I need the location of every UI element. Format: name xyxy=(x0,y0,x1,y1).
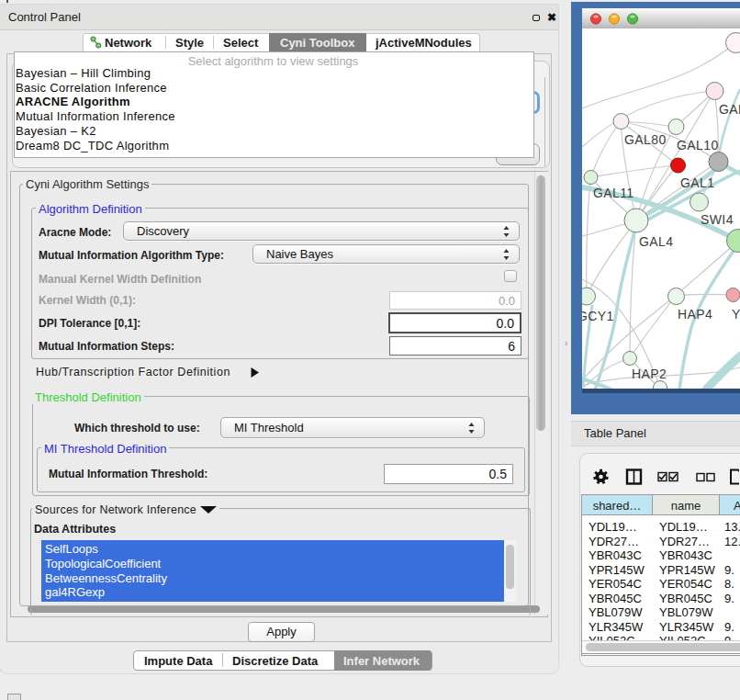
svg-text:YJ: YJ xyxy=(732,307,740,322)
svg-text:GAL4: GAL4 xyxy=(639,234,673,249)
svg-text:GAL1: GAL1 xyxy=(680,175,714,190)
svg-text:HAP2: HAP2 xyxy=(632,367,667,381)
svg-text:GAL80: GAL80 xyxy=(624,132,667,147)
svg-text:GCY1: GCY1 xyxy=(582,309,614,323)
svg-text:HAP4: HAP4 xyxy=(678,307,712,322)
svg-text:GAL10: GAL10 xyxy=(677,138,719,152)
svg-text:GAL11: GAL11 xyxy=(593,186,634,200)
svg-text:SWI4: SWI4 xyxy=(701,212,734,227)
svg-text:GAL7: GAL7 xyxy=(719,102,740,117)
